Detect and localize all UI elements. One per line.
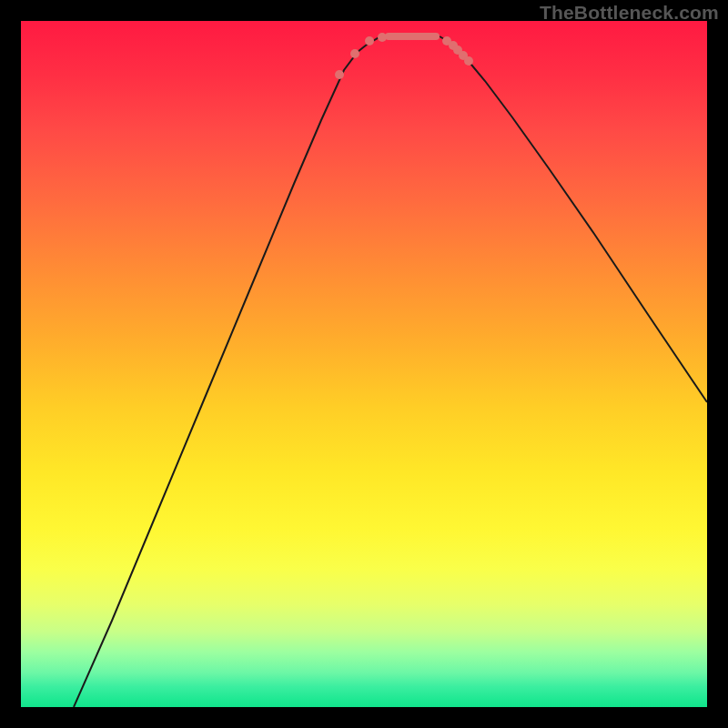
curve-left-branch [74,36,385,707]
plot-area [21,21,707,707]
chart-frame [21,21,707,707]
marker-dot [350,49,359,58]
markers-right [442,36,473,66]
marker-dot [378,33,387,42]
curve-flat-bottom [385,33,440,40]
markers-left [335,33,387,79]
curve-svg [21,21,707,707]
marker-dot [335,70,344,79]
marker-dot [464,56,473,66]
marker-dot [365,36,374,46]
curve-right-branch [440,36,707,402]
